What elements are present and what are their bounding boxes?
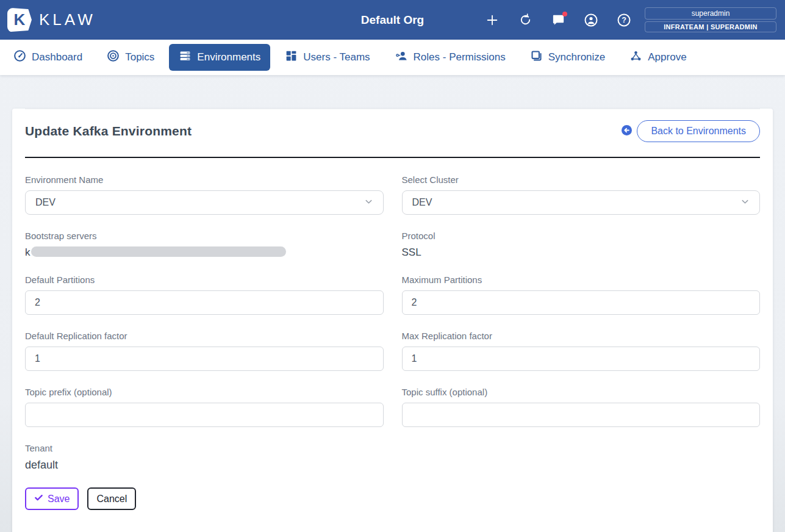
notification-dot — [562, 12, 567, 16]
bootstrap-servers-value: k — [25, 246, 384, 259]
tenant-label: Tenant — [25, 443, 384, 453]
navbar-icons: ? — [485, 13, 631, 27]
tab-environments[interactable]: Environments — [169, 44, 270, 71]
save-button[interactable]: Save — [25, 487, 79, 510]
team-role[interactable]: INFRATEAM | SUPERADMIN — [645, 21, 776, 32]
form-actions: Save Cancel — [12, 472, 773, 510]
field-select-cluster: Select Cluster DEV — [402, 174, 761, 215]
field-topic-prefix: Topic prefix (optional) — [25, 387, 384, 427]
max-replication-factor-input[interactable] — [402, 347, 761, 371]
environment-form: Environment Name DEV Select Cluster DEV — [12, 158, 773, 472]
grid-people-icon — [285, 49, 298, 65]
default-replication-factor-input[interactable] — [25, 347, 384, 371]
tab-approve[interactable]: Approve — [620, 44, 696, 71]
default-partitions-input[interactable] — [25, 290, 384, 315]
field-environment-name: Environment Name DEV — [25, 174, 384, 215]
field-topic-suffix: Topic suffix (optional) — [402, 387, 761, 427]
network-icon — [629, 49, 642, 65]
org-title: Default Org — [361, 13, 424, 27]
topic-suffix-input[interactable] — [402, 403, 761, 427]
refresh-icon[interactable] — [518, 13, 532, 27]
field-default-partitions: Default Partitions — [25, 275, 384, 315]
default-replication-factor-label: Default Replication factor — [25, 331, 384, 341]
main-content: Update Kafka Environment Back to Environ… — [0, 75, 785, 532]
back-to-environments-button[interactable]: Back to Environments — [637, 120, 760, 142]
username[interactable]: superadmin — [645, 7, 776, 20]
tab-label: Synchronize — [548, 51, 606, 63]
maximum-partitions-input[interactable] — [402, 290, 761, 315]
cancel-button[interactable]: Cancel — [87, 487, 136, 510]
back-to-environments[interactable]: Back to Environments — [622, 120, 760, 142]
tab-label: Users - Teams — [303, 51, 370, 63]
tab-users-teams[interactable]: Users - Teams — [275, 44, 379, 71]
protocol-value: SSL — [402, 246, 761, 259]
environment-name-value: DEV — [35, 197, 56, 208]
svg-text:?: ? — [622, 16, 626, 24]
tab-label: Roles - Permissions — [414, 51, 506, 63]
tab-synchronize[interactable]: Synchronize — [520, 44, 615, 71]
account-icon[interactable] — [584, 13, 598, 27]
field-maximum-partitions: Maximum Partitions — [402, 275, 761, 315]
klaw-logo[interactable]: K KLAW — [7, 8, 96, 32]
chevron-down-icon — [740, 197, 750, 209]
tab-label: Environments — [197, 51, 260, 63]
max-replication-factor-label: Max Replication factor — [402, 331, 761, 341]
user-menu[interactable]: superadmin INFRATEAM | SUPERADMIN — [645, 7, 776, 32]
back-arrow-icon — [622, 125, 632, 138]
messages-icon[interactable] — [551, 13, 565, 27]
select-cluster-label: Select Cluster — [402, 174, 761, 185]
add-icon[interactable] — [485, 13, 500, 27]
tab-label: Dashboard — [32, 51, 82, 63]
brand-name: KLAW — [39, 10, 96, 29]
copy-layers-icon — [530, 49, 543, 65]
protocol-label: Protocol — [402, 231, 761, 241]
tab-roles-permissions[interactable]: Roles - Permissions — [385, 44, 515, 71]
bootstrap-servers-label: Bootstrap servers — [25, 231, 384, 241]
target-icon — [107, 49, 120, 65]
chevron-down-icon — [364, 197, 373, 209]
maximum-partitions-label: Maximum Partitions — [402, 275, 761, 285]
environment-name-select[interactable]: DEV — [25, 190, 384, 215]
tab-label: Topics — [125, 51, 154, 63]
update-environment-card: Update Kafka Environment Back to Environ… — [12, 109, 773, 532]
field-tenant: Tenant default — [25, 443, 384, 472]
field-protocol: Protocol SSL — [402, 231, 761, 259]
select-cluster-value: DEV — [412, 197, 432, 208]
topic-prefix-label: Topic prefix (optional) — [25, 387, 384, 397]
field-bootstrap-servers: Bootstrap servers k — [25, 231, 384, 259]
help-icon[interactable]: ? — [617, 13, 631, 27]
server-stack-icon — [179, 49, 192, 65]
topic-prefix-input[interactable] — [25, 403, 384, 427]
user-key-icon — [395, 49, 408, 66]
field-default-replication-factor: Default Replication factor — [25, 331, 384, 371]
card-header: Update Kafka Environment Back to Environ… — [12, 109, 773, 157]
tab-topics[interactable]: Topics — [97, 44, 164, 71]
environment-name-label: Environment Name — [25, 174, 384, 185]
tab-dashboard[interactable]: Dashboard — [4, 44, 92, 71]
klaw-logo-icon: K — [7, 8, 32, 32]
redaction-overlay — [31, 246, 286, 257]
main-nav-tabs: Dashboard Topics Environments — [0, 40, 785, 75]
tab-label: Approve — [648, 51, 686, 63]
top-navbar: K KLAW Default Org — [0, 0, 785, 40]
save-button-label: Save — [48, 494, 70, 505]
select-cluster-select[interactable]: DEV — [402, 190, 761, 215]
check-icon — [34, 493, 43, 505]
default-partitions-label: Default Partitions — [25, 275, 384, 285]
gauge-icon — [13, 49, 26, 65]
page-title: Update Kafka Environment — [25, 124, 192, 138]
field-max-replication-factor: Max Replication factor — [402, 331, 761, 371]
topic-suffix-label: Topic suffix (optional) — [402, 387, 761, 397]
tenant-value: default — [25, 459, 384, 472]
